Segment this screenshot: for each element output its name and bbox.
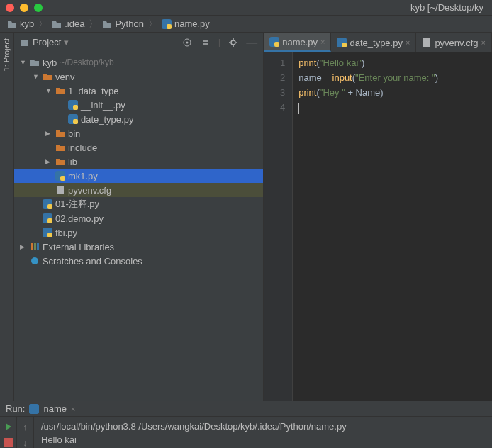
gear-icon[interactable] xyxy=(228,37,239,48)
svg-rect-28 xyxy=(29,404,39,414)
tree-row[interactable]: fbi.py xyxy=(14,225,263,240)
project-dropdown-icon[interactable]: ▾ xyxy=(64,37,69,47)
code-area[interactable]: 1234 print("Hello kai") name = input("En… xyxy=(264,52,492,401)
chevron-down-icon[interactable] xyxy=(45,87,52,94)
stop-icon[interactable] xyxy=(3,437,14,448)
editor-tab[interactable]: date_type.py× xyxy=(331,33,416,52)
project-tool-button[interactable]: 1: Project xyxy=(2,38,11,71)
tree-row[interactable]: mk1.py xyxy=(14,169,263,183)
run-header: Run: name × xyxy=(0,401,492,417)
close-icon[interactable]: × xyxy=(320,38,325,46)
run-console[interactable]: /usr/local/bin/python3.8 /Users/wangkai/… xyxy=(34,417,492,448)
tree-row[interactable]: 1_data_type xyxy=(14,84,263,98)
close-icon[interactable]: × xyxy=(71,405,75,413)
svg-rect-9 xyxy=(73,119,78,124)
svg-rect-18 xyxy=(47,233,52,237)
editor-tab[interactable]: pyvenv.cfg× xyxy=(416,33,492,52)
svg-rect-20 xyxy=(34,243,36,250)
line-gutter: 1234 xyxy=(264,52,292,401)
tree-row[interactable]: include xyxy=(14,140,263,155)
project-panel-title: Project xyxy=(33,37,61,47)
breadcrumb-item[interactable]: kyb xyxy=(7,18,34,29)
breadcrumb-item[interactable]: .idea xyxy=(52,18,84,29)
editor-caret xyxy=(298,103,299,114)
svg-rect-27 xyxy=(423,38,430,47)
console-line: Hello kai xyxy=(41,433,485,447)
breadcrumb-item[interactable]: Python xyxy=(102,18,143,29)
tree-row[interactable]: External Libraries xyxy=(14,240,263,254)
chevron-down-icon[interactable] xyxy=(20,59,27,66)
project-panel-header: Project ▾ | — xyxy=(14,33,263,52)
hide-icon[interactable]: — xyxy=(246,37,257,48)
chevron-right-icon[interactable] xyxy=(45,130,52,137)
zoom-window-button[interactable] xyxy=(34,4,43,12)
tree-row[interactable]: venv xyxy=(14,69,263,84)
code-content[interactable]: print("Hello kai") name = input("Enter y… xyxy=(292,52,492,401)
svg-rect-26 xyxy=(342,43,347,47)
chevron-down-icon[interactable] xyxy=(33,73,40,80)
svg-rect-2 xyxy=(21,40,28,46)
editor: name.py×date_type.py×pyvenv.cfg× 1234 pr… xyxy=(264,33,492,401)
tree-row[interactable]: bin xyxy=(14,126,263,140)
project-icon xyxy=(20,38,30,47)
svg-rect-7 xyxy=(73,105,78,110)
svg-rect-14 xyxy=(47,204,52,209)
breadcrumb-item[interactable]: name.py xyxy=(162,18,210,29)
svg-rect-1 xyxy=(167,24,172,29)
svg-rect-29 xyxy=(4,438,13,447)
tree-row[interactable]: 02.demo.py xyxy=(14,211,263,225)
run-panel: Run: name × ↑ ↓ ≡ /usr/local/bin/python3… xyxy=(0,401,492,448)
window-title: kyb [~/Desktop/ky xyxy=(43,2,486,13)
editor-tabs: name.py×date_type.py×pyvenv.cfg× xyxy=(264,33,492,52)
svg-rect-12 xyxy=(57,186,64,194)
tree-row[interactable]: lib xyxy=(14,155,263,169)
project-tree: kyb ~/Desktop/kybvenv1_data_type__init__… xyxy=(14,52,263,401)
tree-row[interactable]: 01-注释.py xyxy=(14,197,263,211)
locate-icon[interactable] xyxy=(181,37,193,48)
python-icon xyxy=(29,404,39,414)
run-title: Run: xyxy=(6,403,25,414)
chevron-right-icon[interactable] xyxy=(45,158,52,165)
svg-point-22 xyxy=(31,257,38,264)
svg-rect-19 xyxy=(31,243,33,250)
console-line: /usr/local/bin/python3.8 /Users/wangkai/… xyxy=(41,420,485,433)
svg-rect-11 xyxy=(60,176,65,181)
collapse-icon[interactable] xyxy=(200,37,211,48)
down-arrow-icon[interactable]: ↓ xyxy=(20,437,31,448)
traffic-lights xyxy=(6,4,43,12)
svg-point-5 xyxy=(231,40,235,45)
close-window-button[interactable] xyxy=(6,4,14,12)
tree-row[interactable]: __init__.py xyxy=(14,98,263,112)
run-actions-col xyxy=(0,417,17,448)
project-panel: Project ▾ | — kyb ~/Desktop/kybvenv1_dat… xyxy=(14,33,264,401)
close-icon[interactable]: × xyxy=(406,38,410,47)
chevron-right-icon[interactable] xyxy=(20,243,27,250)
editor-tab[interactable]: name.py× xyxy=(264,33,331,52)
left-toolstrip: 1: Project xyxy=(0,33,14,401)
run-nav-col: ↑ ↓ ≡ xyxy=(17,417,34,448)
tree-row[interactable]: pyvenv.cfg xyxy=(14,183,263,197)
svg-point-4 xyxy=(186,41,188,43)
tree-row[interactable]: date_type.py xyxy=(14,112,263,126)
svg-rect-21 xyxy=(37,243,39,250)
svg-rect-16 xyxy=(47,218,52,223)
rerun-icon[interactable] xyxy=(3,421,14,432)
breadcrumb: kyb〉.idea〉Python〉name.py xyxy=(0,16,492,33)
window-titlebar: kyb [~/Desktop/ky xyxy=(0,0,492,16)
svg-rect-24 xyxy=(274,42,279,47)
tree-row[interactable]: Scratches and Consoles xyxy=(14,254,263,268)
up-arrow-icon[interactable]: ↑ xyxy=(20,421,31,432)
minimize-window-button[interactable] xyxy=(20,4,28,12)
run-tab-label[interactable]: name xyxy=(43,403,67,414)
close-icon[interactable]: × xyxy=(481,38,486,47)
tree-row[interactable]: kyb ~/Desktop/kyb xyxy=(14,55,263,69)
